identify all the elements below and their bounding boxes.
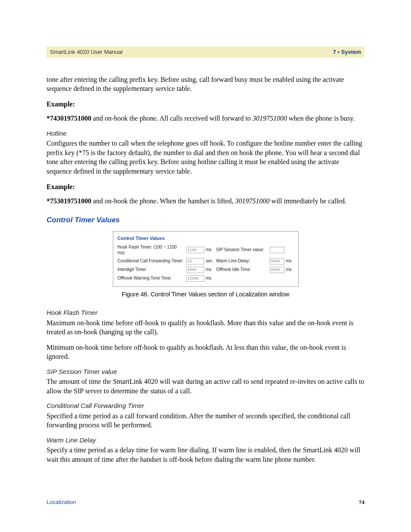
example-label-2: Example:	[47, 182, 364, 192]
figure-46: Control Timer Values Hook Flash Timer: (…	[47, 231, 364, 287]
example-label-1: Example:	[47, 100, 364, 109]
fig-unit-offhookidle: ms	[286, 267, 294, 273]
example-1-text: *743019751000 and on-hook the phone. All…	[47, 114, 364, 123]
page-footer: Localization 74	[47, 498, 364, 506]
fig-label-hookflash: Hook Flash Timer: (100 ~ 1100 ms)	[118, 244, 184, 256]
footer-section: Localization	[47, 498, 76, 506]
fig-unit-interdigit: ms	[206, 267, 215, 273]
figure-row-3: Offhook Warning Tone Time: 12000 ms	[118, 275, 294, 282]
figure-box: Control Timer Values Hook Flash Timer: (…	[113, 231, 299, 287]
example-2-mid: and on-hook the phone. When the handset …	[91, 197, 235, 205]
section-title-control-timer: Control Timer Values	[47, 215, 364, 225]
hookflash-p1: Maximum on-hook time before off-hook to …	[47, 318, 364, 337]
intro-paragraph: tone after entering the calling prefix k…	[47, 75, 364, 93]
header-chapter: 7 • System	[333, 48, 361, 56]
fig-input-sip[interactable]	[270, 247, 284, 253]
fig-label-interdigit: Interdigit Timer:	[118, 267, 184, 273]
fig-label-warmline: Warm Line Delay:	[216, 258, 268, 264]
example-1-tail: when the phone is busy.	[287, 115, 355, 122]
hookflash-p2: Minimum on-hook time before off-hook to …	[47, 343, 364, 361]
fig-unit-offhookwarn: ms	[206, 275, 215, 281]
fig-label-offhookidle: Offhook Idle Time:	[216, 267, 268, 273]
figure-box-title: Control Timer Values	[118, 235, 294, 242]
warm-heading: Warm Line Delay	[47, 436, 364, 445]
fig-input-offhookwarn[interactable]: 12000	[186, 275, 204, 282]
sip-heading: SIP Session Timer value	[47, 367, 364, 376]
figure-row-2: Interdigit Timer: 4000 ms Offhook Idle T…	[118, 267, 294, 273]
example-2-num: 3019751000	[235, 197, 270, 205]
fig-unit-hookflash: ms	[206, 247, 215, 253]
figure-row-1: Conditional Call Forwarding Timer: 10 se…	[118, 258, 294, 264]
warm-body: Specify a time period as a delay time fo…	[47, 445, 364, 464]
hookflash-heading: Hook Flash Timer	[47, 308, 364, 317]
fig-input-hookflash[interactable]: 1100	[186, 247, 204, 253]
example-1-code: *743019751000	[47, 115, 91, 122]
fig-input-interdigit[interactable]: 4000	[186, 267, 204, 273]
footer-page-number: 74	[359, 498, 364, 506]
hotline-heading: Hotline	[47, 129, 364, 138]
page-header: SmartLink 4020 User Manual 7 • System	[47, 47, 364, 58]
fig-input-warmline[interactable]: 5000	[270, 258, 284, 264]
example-1-mid: and on-hook the phone. All calls receive…	[91, 115, 252, 122]
fig-input-offhookidle[interactable]: 8000	[270, 267, 284, 273]
figure-row-0: Hook Flash Timer: (100 ~ 1100 ms) 1100 m…	[118, 244, 294, 256]
figure-caption: Figure 46. Control Timer Values section …	[47, 290, 364, 299]
header-manual-title: SmartLink 4020 User Manual	[50, 48, 122, 56]
fig-label-offhookwarn: Offhook Warning Tone Time:	[118, 275, 184, 281]
ccf-heading: Conditional Call Forwarding Timer	[47, 401, 364, 410]
fig-label-sip: SIP Session Timer value:	[216, 247, 268, 253]
hotline-body: Configures the number to call when the t…	[47, 139, 364, 176]
example-2-tail: will immediately be called.	[270, 197, 346, 205]
fig-label-ccf: Conditional Call Forwarding Timer:	[118, 258, 184, 264]
example-1-num: 3019751000	[252, 115, 287, 122]
fig-unit-warmline: ms	[286, 258, 294, 264]
example-2-code: *753019751000	[47, 197, 91, 205]
ccf-body: Specified a time period as a call forwar…	[47, 411, 364, 430]
fig-unit-ccf: sec	[206, 258, 215, 264]
sip-body: The amount of time the SmartLink 4020 wi…	[47, 377, 364, 395]
example-2-text: *753019751000 and on-hook the phone. Whe…	[47, 196, 364, 206]
fig-input-ccf[interactable]: 10	[186, 258, 204, 264]
